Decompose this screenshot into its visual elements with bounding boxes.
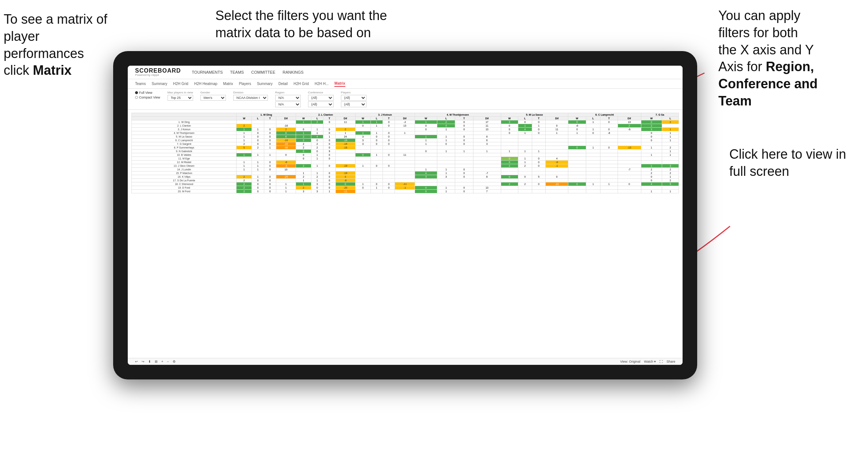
annotation-bottomright: Click here to view in full screen xyxy=(729,146,857,180)
region-select-1[interactable]: N/A xyxy=(275,95,301,101)
cell: 2 xyxy=(237,142,252,146)
h-sasso-dif: Dif xyxy=(546,117,568,120)
cell xyxy=(335,157,355,161)
cell: 0 xyxy=(518,175,532,179)
cell xyxy=(586,150,600,153)
full-view-radio[interactable] xyxy=(135,91,138,94)
player-15: 15. P Maichon xyxy=(132,171,237,175)
nav-tournaments[interactable]: TOURNAMENTS xyxy=(192,70,223,74)
table-row: 11. M Ege 010 0104 xyxy=(132,157,679,161)
cell xyxy=(473,146,501,150)
players-select-2[interactable]: (All) xyxy=(341,101,366,107)
cell: 0 xyxy=(355,124,370,128)
subnav-matrix-active[interactable]: Matrix xyxy=(334,81,345,87)
division-select[interactable]: NCAA Division I xyxy=(233,95,268,101)
conference-select-1[interactable]: (All) xyxy=(308,95,334,101)
cell: 1 xyxy=(518,161,532,164)
cell: 1 xyxy=(370,186,383,190)
toolbar-zoom-out[interactable]: − xyxy=(167,360,169,363)
cell xyxy=(323,124,335,128)
cell: 0 xyxy=(323,131,335,135)
cell xyxy=(518,146,532,150)
subnav-h2h-h[interactable]: H2H H... xyxy=(315,81,329,86)
cell: 1 xyxy=(252,153,264,157)
cell xyxy=(586,164,600,168)
subnav-teams[interactable]: Teams xyxy=(135,81,146,86)
subnav-h2h-grid[interactable]: H2H Grid xyxy=(173,81,188,86)
cell: 1 xyxy=(311,179,323,182)
subnav-summary[interactable]: Summary xyxy=(151,81,167,86)
cell: 4 xyxy=(546,157,568,161)
toolbar-share[interactable]: Share xyxy=(667,360,675,363)
nav-teams[interactable]: TEAMS xyxy=(230,70,244,74)
cell: 0 xyxy=(264,142,276,146)
cell xyxy=(415,131,437,135)
cell: 0 xyxy=(641,135,662,139)
cell: -48 xyxy=(276,146,296,150)
nav-rankings[interactable]: RANKINGS xyxy=(283,70,303,74)
cell: 0 xyxy=(455,190,473,193)
cell xyxy=(355,157,370,161)
cell xyxy=(383,171,395,175)
toolbar-view-original[interactable]: View: Original xyxy=(620,360,640,363)
toolbar-zoom-fit[interactable]: ⊞ xyxy=(155,360,158,363)
toolbar-watch[interactable]: Watch ▾ xyxy=(644,360,656,363)
cell: 1 xyxy=(311,153,323,157)
cell xyxy=(415,164,437,168)
cell xyxy=(546,150,568,153)
toolbar-zoom-in[interactable]: + xyxy=(161,360,163,363)
cell: 0 xyxy=(383,135,395,139)
cell xyxy=(323,161,335,164)
full-view-option[interactable]: Full View xyxy=(135,91,160,94)
cell xyxy=(586,139,600,142)
max-players-select[interactable]: Top 25 xyxy=(168,95,193,101)
cell: 2 xyxy=(335,128,355,131)
cell: 0 xyxy=(264,164,276,168)
conference-select-2[interactable]: (All) xyxy=(308,101,334,107)
cell xyxy=(618,150,641,153)
cell xyxy=(518,168,532,171)
cell xyxy=(568,171,586,175)
cell: 0 xyxy=(323,146,335,150)
subnav-summary2[interactable]: Summary xyxy=(257,81,273,86)
cell: 6 xyxy=(473,139,501,142)
cell: 1 xyxy=(437,190,455,193)
subnav-players[interactable]: Players xyxy=(239,81,251,86)
cell xyxy=(252,150,264,153)
cell xyxy=(370,168,383,171)
compact-view-radio[interactable] xyxy=(135,96,138,99)
h-clanton-t: T xyxy=(323,117,335,120)
cell: 0 xyxy=(355,153,370,157)
subnav-detail[interactable]: Detail xyxy=(279,81,288,86)
cell: 2 xyxy=(662,171,679,175)
region-label: Region xyxy=(275,91,301,94)
subnav-h2h-heatmap[interactable]: H2H Heatmap xyxy=(194,81,217,86)
cell: -11 xyxy=(335,190,355,193)
toolbar-undo[interactable]: ↩ xyxy=(135,360,138,363)
cell: 1 xyxy=(415,142,437,146)
toolbar-download[interactable]: ⬇ xyxy=(148,360,151,363)
cell: 1 xyxy=(518,150,532,153)
cell xyxy=(600,168,618,171)
cell xyxy=(568,153,586,157)
cell: 1 xyxy=(437,171,455,175)
cell: 1 xyxy=(518,124,532,128)
toolbar-redo[interactable]: ↪ xyxy=(142,360,145,363)
cell: 4 xyxy=(518,128,532,131)
cell: 0 xyxy=(641,175,662,179)
cell: 11 xyxy=(395,153,415,157)
toolbar-settings[interactable]: ⚙ xyxy=(173,360,176,363)
cell xyxy=(473,157,501,161)
subnav-h2h-grid2[interactable]: H2H Grid xyxy=(293,81,309,86)
toolbar-screen[interactable]: ⛶ xyxy=(660,360,663,363)
cell xyxy=(383,157,395,161)
nav-committee[interactable]: COMMITTEE xyxy=(251,70,275,74)
cell xyxy=(532,186,546,190)
region-select-2[interactable]: N/A xyxy=(275,101,301,107)
cell xyxy=(264,124,276,128)
cell: 5 xyxy=(237,146,252,150)
subnav-matrix[interactable]: Matrix xyxy=(223,81,233,86)
compact-view-option[interactable]: Compact View xyxy=(135,96,160,99)
gender-select[interactable]: Men's xyxy=(200,95,226,101)
players-select-1[interactable]: (All) xyxy=(341,95,366,101)
